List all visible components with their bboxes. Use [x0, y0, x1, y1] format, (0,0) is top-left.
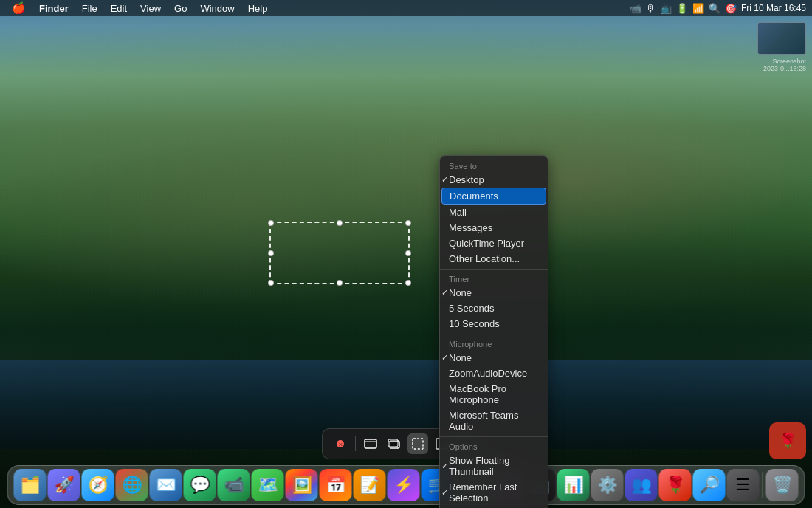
menu-view[interactable]: View [134, 2, 167, 15]
menubar: 🍎 Finder File Edit View Go Window Help 📹… [0, 0, 812, 16]
mic-zoom[interactable]: ZoomAudioDevice [440, 365, 548, 381]
window-shadow-icon [388, 437, 401, 450]
dock-shortcuts[interactable]: ⚡ [388, 469, 420, 501]
menubar-right: 📹 🎙 📺 🔋 📶 🔍 🎯 Fri 10 Mar 16:45 [630, 3, 806, 14]
datetime-display: Fri 10 Mar 16:45 [741, 3, 806, 13]
window-shadow-button[interactable] [384, 433, 405, 454]
menu-file[interactable]: File [76, 2, 103, 15]
handle-mid-left[interactable] [268, 250, 274, 256]
option-floating-thumb[interactable]: ✓ Show Floating Thumbnail [440, 453, 548, 479]
menu-go[interactable]: Go [168, 2, 193, 15]
dock-system-preferences[interactable]: ⚙️ [591, 469, 624, 501]
corner-app-icon[interactable]: 🌹 [769, 422, 806, 459]
checkmark-floating: ✓ [441, 461, 448, 471]
siri-icon[interactable]: 🎯 [725, 3, 737, 14]
dock-numbers[interactable]: 📊 [557, 469, 590, 501]
timer-label: Timer [440, 272, 548, 285]
microphone-label: Microphone [440, 337, 548, 350]
separator-3 [440, 436, 548, 437]
close-capture-button[interactable]: ✕ [330, 433, 351, 454]
dock-safari2[interactable]: 🔎 [693, 469, 726, 501]
wifi-icon: 📶 [692, 3, 704, 14]
save-to-other[interactable]: Other Location... [440, 251, 548, 267]
handle-bot-right[interactable] [405, 280, 411, 286]
menubar-left: 🍎 Finder File Edit View Go Window Help [6, 1, 273, 15]
handle-bot-mid[interactable] [337, 280, 343, 286]
save-to-quicktime[interactable]: QuickTime Player [440, 236, 548, 251]
svg-rect-5 [388, 439, 398, 447]
menu-edit[interactable]: Edit [105, 2, 133, 15]
option-remember-selection[interactable]: ✓ Remember Last Selection [440, 479, 548, 506]
svg-text:✕: ✕ [338, 442, 343, 448]
screenshot-label: Screenshot2023-0...15:28 [763, 58, 806, 72]
timer-5sec[interactable]: 5 Seconds [440, 301, 548, 316]
screenshot-thumbnail [757, 22, 806, 55]
dock-finder[interactable]: 🗂️ [14, 469, 47, 501]
dock-ctrlcenter[interactable]: ☰ [727, 469, 760, 501]
options-menu: Save to ✓ Desktop Documents Mail Message… [439, 155, 548, 508]
svg-rect-7 [413, 439, 423, 449]
save-to-label: Save to [440, 159, 548, 172]
dock-teams[interactable]: 👥 [625, 469, 658, 501]
dock-reminders[interactable]: 📝 [354, 469, 386, 501]
save-to-mail[interactable]: Mail [440, 205, 548, 220]
options-label: Options [440, 439, 548, 453]
airplay-icon[interactable]: 📺 [660, 3, 672, 14]
menu-help[interactable]: Help [242, 2, 274, 15]
close-icon: ✕ [336, 439, 345, 448]
menu-window[interactable]: Window [194, 2, 240, 15]
region-icon [411, 437, 424, 450]
dock-messages[interactable]: 💬 [184, 469, 216, 501]
dock-chrome[interactable]: 🌐 [116, 469, 148, 501]
mic-teams[interactable]: Microsoft Teams Audio [440, 408, 548, 434]
toolbar-sep-1 [355, 436, 356, 451]
timer-10sec[interactable]: 10 Seconds [440, 316, 548, 332]
window-capture-button[interactable] [360, 433, 381, 454]
window-icon [364, 437, 377, 450]
dock: 🗂️ 🚀 🧭 🌐 ✉️ 💬 📹 🗺️ 🖼️ 📅 📝 ⚡ 🛒 🎵 🎙️ 📺 📊 ⚙… [7, 465, 805, 505]
app-name[interactable]: Finder [33, 2, 75, 15]
svg-rect-2 [365, 439, 376, 448]
dock-trash[interactable]: 🗑️ [766, 469, 799, 501]
mic-none[interactable]: ✓ None [440, 350, 548, 365]
mic-macbook[interactable]: MacBook Pro Microphone [440, 381, 548, 408]
checkmark-timer-none: ✓ [441, 288, 448, 298]
checkmark-mic-none: ✓ [441, 353, 448, 363]
dock-maps[interactable]: 🗺️ [252, 469, 284, 501]
separator-1 [440, 269, 548, 270]
handle-mid-right[interactable] [405, 250, 411, 256]
dock-photos[interactable]: 🖼️ [286, 469, 318, 501]
battery-icon: 🔋 [676, 3, 688, 14]
mic-icon[interactable]: 🎙 [646, 3, 656, 14]
checkmark-desktop: ✓ [441, 175, 448, 185]
handle-top-left[interactable] [268, 220, 274, 226]
save-to-desktop[interactable]: ✓ Desktop [440, 172, 548, 188]
dock-mail[interactable]: ✉️ [150, 469, 182, 501]
dock-rosetta[interactable]: 🌹 [659, 469, 692, 501]
separator-2 [440, 334, 548, 334]
handle-top-right[interactable] [405, 220, 411, 226]
dock-launchpad[interactable]: 🚀 [48, 469, 80, 501]
handle-top-mid[interactable] [337, 220, 343, 226]
dock-calendar[interactable]: 📅 [320, 469, 352, 501]
dock-divider [763, 472, 763, 498]
apple-menu[interactable]: 🍎 [6, 1, 32, 15]
handle-bot-left[interactable] [268, 280, 274, 286]
save-to-documents[interactable]: Documents [441, 188, 546, 205]
search-icon[interactable]: 🔍 [709, 3, 720, 14]
timer-none[interactable]: ✓ None [440, 285, 548, 301]
dock-safari[interactable]: 🧭 [82, 469, 114, 501]
dock-facetime[interactable]: 📹 [218, 469, 250, 501]
region-capture-button[interactable] [407, 433, 428, 454]
selection-rectangle[interactable] [269, 222, 410, 284]
screen-record-icon[interactable]: 📹 [630, 3, 641, 14]
save-to-messages[interactable]: Messages [440, 220, 548, 236]
screenshot-thumb-content [758, 23, 805, 54]
checkmark-remember: ✓ [441, 488, 448, 498]
